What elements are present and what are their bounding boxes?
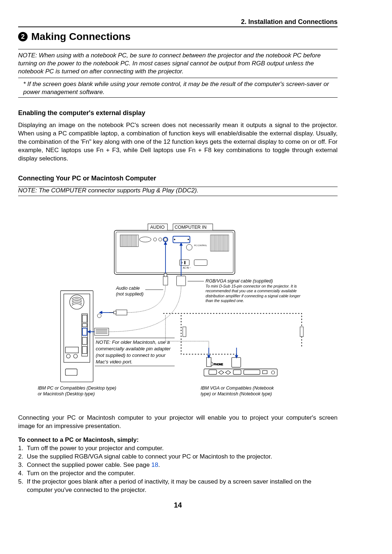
svg-rect-69 [233,370,241,375]
svg-rect-44 [194,260,207,265]
svg-rect-66 [65,369,77,375]
laptop-icon: PHONE [204,358,277,376]
cable-plugs-top [163,273,186,286]
svg-rect-68 [209,370,217,375]
svg-point-37 [174,239,175,240]
caption-right-1: IBM VGA or Compatibles (Notebook [201,386,274,391]
label-acin: AC IN ~ [183,267,191,269]
svg-marker-76 [99,311,102,314]
svg-rect-81 [94,328,109,335]
page-number: 14 [18,501,338,509]
svg-rect-74 [232,358,241,367]
label-audio-cable-1: Audio cable [115,286,140,291]
label-audio: AUDIO [150,225,165,230]
svg-rect-78 [114,311,116,314]
svg-text:PC CONTROL: PC CONTROL [194,244,207,247]
label-phone-laptop: PHONE [214,363,223,366]
steps-list: 1.Turn off the power to your projector a… [18,444,338,494]
svg-rect-60 [82,328,87,335]
projector-icon: PC CONTROL AC IN ~ AUDIO COMPUTER IN [114,224,235,276]
svg-rect-35 [173,236,190,243]
svg-point-32 [159,238,162,241]
label-computer-in: COMPUTER IN [175,225,207,230]
step-5: If the projector goes blank after a peri… [27,478,338,494]
svg-rect-75 [207,358,211,367]
note-ddc2: NOTE: The COMPUTER connector supports Pl… [18,187,338,196]
mac-note: NOTE: For older Macintosh, use a commerc… [95,338,175,366]
note-sub: * If the screen goes blank while using y… [18,79,338,98]
svg-text:(not supplied) to connect to y: (not supplied) to connect to your [96,353,166,358]
connection-diagram: PC CONTROL AC IN ~ AUDIO COMPUTER IN [18,207,338,410]
step-2: Use the supplied RGB/VGA signal cable to… [27,453,272,461]
svg-point-65 [74,354,78,358]
label-rgb-body: To mini D-Sub 15-pin connector on the pr… [205,284,306,304]
label-rgb-title: RGB/VGA signal cable (supplied) [205,278,273,284]
svg-rect-61 [82,337,87,345]
label-phone-desktop: PHONE [102,315,112,318]
svg-rect-58 [82,315,87,322]
svg-rect-77 [116,310,127,315]
svg-point-33 [164,238,167,241]
svg-point-72 [271,371,275,374]
svg-text:NOTE: For older Macintosh, use: NOTE: For older Macintosh, use a [96,339,170,345]
svg-rect-62 [82,346,87,354]
subheading-external-display: Enabling the computer's external display [18,109,338,117]
svg-rect-59 [82,323,87,327]
step-4: Turn on the projector and the computer. [27,469,135,478]
label-audio-cable-2: (not supplied) [116,292,143,297]
svg-rect-91 [183,327,186,337]
subheading-connecting-pc: Connecting Your PC or Macintosh Computer [18,175,338,182]
svg-rect-2 [120,235,138,247]
steps-heading: To connect to a PC or Macintosh, simply: [18,436,338,444]
body-external-display: Displaying an image on the notebook PC's… [18,121,338,163]
body-connecting: Connecting your PC or Macintosh computer… [18,414,338,431]
svg-point-30 [139,237,151,242]
caption-left-1: IBM PC or Compatibles (Desktop type) [38,386,116,391]
section-title: 2 Making Connections [18,31,338,49]
svg-text:Mac's video port.: Mac's video port. [96,359,132,364]
svg-point-31 [154,238,157,241]
step-3: Connect the supplied power cable. See pa… [27,461,160,469]
caption-left-2: or Macintosh (Desktop type) [38,391,95,396]
svg-point-38 [188,239,189,240]
section-title-text: Making Connections [31,31,131,42]
svg-point-64 [66,354,70,358]
chapter-header: 2. Installation and Connections [18,18,338,27]
svg-rect-70 [244,370,260,375]
page-link-18[interactable]: 18 [151,461,158,468]
svg-rect-71 [262,371,267,374]
svg-point-80 [97,314,101,318]
svg-rect-53 [176,276,185,286]
svg-rect-51 [163,276,168,285]
caption-right-2: type) or Macintosh (Notebook type) [201,391,272,396]
step-1: Turn off the power to your projector and… [27,444,164,453]
svg-rect-52 [164,273,167,277]
svg-rect-43 [184,261,185,264]
note-main: NOTE: When using with a notebook PC, be … [18,52,338,78]
svg-point-39 [186,244,192,250]
desktop-pc-icon [61,291,93,382]
svg-rect-92 [300,327,303,337]
step-number-icon: 2 [18,32,28,41]
svg-text:commercially available pin ada: commercially available pin adapter [96,346,171,351]
svg-rect-63 [65,347,78,353]
